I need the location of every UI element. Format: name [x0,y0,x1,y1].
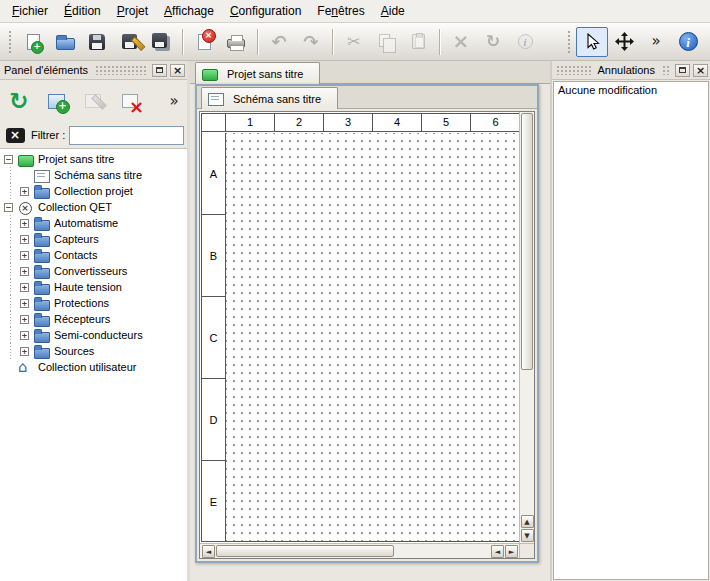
toolbar-handle[interactable] [8,30,13,54]
collapse-toggle[interactable]: − [4,203,13,212]
close-file-button[interactable] [188,27,220,57]
undo-panel-titlebar[interactable]: Annulations [552,61,710,80]
toolbar-overflow-button[interactable] [640,27,672,57]
tree-guide [4,311,20,327]
expand-toggle[interactable]: + [20,331,29,340]
close-dock-button[interactable] [693,64,708,77]
undo-panel-title: Annulations [596,64,658,76]
vertical-scroll-thumb[interactable] [521,113,533,370]
scissors-icon [347,34,360,50]
tree-item-collection-projet[interactable]: +Collection projet [0,183,187,199]
clipboard-icon [412,34,425,49]
save-button[interactable] [81,27,113,57]
save-all-button[interactable] [145,27,177,57]
horizontal-scrollbar[interactable] [200,543,519,558]
print-button[interactable] [220,27,252,57]
filter-clear-button[interactable] [3,126,27,144]
save-as-button[interactable] [113,27,145,57]
scroll-left-button-2[interactable] [491,545,504,558]
folder-icon [34,249,50,262]
dock-grip[interactable] [662,65,670,75]
tree-item-label: Collection utilisateur [38,361,136,373]
tree-item-schema-sans-titre[interactable]: Schéma sans titre [0,167,187,183]
float-dock-button[interactable] [675,64,690,77]
tree-item-projet-sans-titre[interactable]: −Projet sans titre [0,151,187,167]
open-document-button[interactable] [49,27,81,57]
folder-icon [34,217,50,230]
expand-toggle[interactable]: + [20,299,29,308]
elements-panel: Panel d'éléments Filtrer : −Projet sans … [0,61,190,581]
new-document-button[interactable] [17,27,49,57]
schema-canvas[interactable] [226,133,519,541]
expand-toggle[interactable]: + [20,347,29,356]
expand-toggle[interactable]: + [20,267,29,276]
close-dock-button[interactable] [170,64,185,77]
reload-collections-button[interactable] [4,85,34,117]
tree-item-capteurs[interactable]: +Capteurs [0,231,187,247]
menu-item-projet[interactable]: Projet [109,0,156,22]
menu-item-configuration[interactable]: Configuration [222,0,309,22]
folder-icon [34,313,50,326]
tree-item-recepteurs[interactable]: +Récepteurs [0,311,187,327]
tree-item-haute-tension[interactable]: +Haute tension [0,279,187,295]
tree-guide [4,295,20,311]
elements-panel-titlebar[interactable]: Panel d'éléments [0,61,187,80]
tree-item-collection-qet[interactable]: −Collection QET [0,199,187,215]
menu-item-fenetres[interactable]: Fenêtres [309,0,372,22]
pan-mode-button[interactable] [608,27,640,57]
expand-toggle[interactable]: + [20,251,29,260]
float-dock-button[interactable] [152,64,167,77]
tree-item-convertisseurs[interactable]: +Convertisseurs [0,263,187,279]
ruler-corner [202,114,226,131]
menu-item-edition[interactable]: Édition [56,0,109,22]
tree-guide [4,327,20,343]
folder-icon [34,185,50,198]
tree-item-contacts[interactable]: +Contacts [0,247,187,263]
menu-item-aide[interactable]: Aide [373,0,413,22]
undo-list-item[interactable]: Aucune modification [554,82,708,99]
delete-element-button[interactable] [115,85,145,117]
tab-projet-sans-titre[interactable]: Projet sans titre [195,62,320,84]
expand-toggle[interactable]: + [20,219,29,228]
tree-item-automatisme[interactable]: +Automatisme [0,215,187,231]
floppy-edit-icon [122,34,137,49]
menu-item-affichage[interactable]: Affichage [156,0,222,22]
dock-grip[interactable] [556,65,591,75]
horizontal-scroll-thumb[interactable] [216,545,394,557]
expand-toggle[interactable]: + [20,235,29,244]
scroll-right-button[interactable] [505,545,518,558]
expand-toggle[interactable]: + [20,283,29,292]
tree-item-semi-conducteurs[interactable]: +Semi-conducteurs [0,327,187,343]
expand-toggle[interactable]: + [20,315,29,324]
undo-arrow-icon [271,33,286,51]
toolbar-handle[interactable] [567,30,572,54]
toolbar-sep [182,29,183,55]
cursor-arrow-icon [584,33,601,50]
select-mode-button[interactable] [576,27,608,57]
about-qet-button[interactable] [672,27,704,57]
scroll-up-button[interactable] [521,515,534,528]
tab-schema-sans-titre[interactable]: Schéma sans titre [201,87,338,109]
tree-item-label: Collection QET [38,201,112,213]
tree-item-protections[interactable]: +Protections [0,295,187,311]
schema-frame: 123456 ABCDE [201,113,519,542]
collapse-toggle[interactable]: − [4,155,13,164]
tree-item-sources[interactable]: +Sources [0,343,187,359]
ruler-columns: 123456 [226,114,519,131]
ruler-row-label: B [202,215,225,297]
schema-view: 123456 ABCDE [199,111,535,559]
ruler-column-label: 2 [275,114,324,131]
new-element-button[interactable] [41,85,71,117]
expand-toggle[interactable]: + [20,187,29,196]
vertical-scrollbar[interactable] [519,112,534,543]
scroll-left-button[interactable] [202,545,215,558]
element-edit-icon [85,94,101,108]
undo-list: Aucune modification [553,81,709,580]
ruler-column-label: 6 [471,114,519,131]
scroll-down-button[interactable] [521,529,534,542]
tree-item-collection-utilisateur[interactable]: Collection utilisateur [0,359,187,375]
menu-item-fichier[interactable]: Fichier [4,0,56,22]
filter-input[interactable] [69,126,184,145]
dock-grip[interactable] [95,65,147,75]
panel-overflow-button[interactable] [159,85,189,117]
